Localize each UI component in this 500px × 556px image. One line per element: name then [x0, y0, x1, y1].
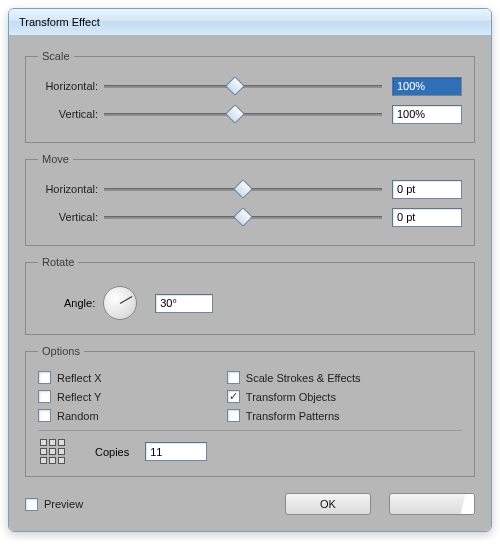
window-title: Transform Effect [19, 16, 100, 28]
checkbox-icon [38, 409, 51, 422]
cancel-button[interactable] [389, 493, 475, 515]
move-horizontal-slider[interactable] [104, 181, 382, 197]
random-checkbox[interactable]: Random [38, 409, 219, 422]
copies-input[interactable] [145, 442, 207, 461]
preview-label: Preview [44, 498, 83, 510]
transform-patterns-checkbox[interactable]: Transform Patterns [227, 409, 462, 422]
rotate-group: Rotate Angle: [25, 256, 475, 335]
anchor-point-selector[interactable] [38, 437, 67, 466]
angle-label: Angle: [64, 297, 95, 309]
ok-button[interactable]: OK [285, 493, 371, 515]
transform-objects-checkbox[interactable]: Transform Objects [227, 390, 462, 403]
move-legend: Move [38, 153, 73, 165]
move-vertical-input[interactable] [392, 208, 462, 227]
reflect-y-label: Reflect Y [57, 391, 101, 403]
rotate-legend: Rotate [38, 256, 78, 268]
scale-vertical-label: Vertical: [38, 108, 104, 120]
scale-vertical-slider[interactable] [104, 106, 382, 122]
scale-horizontal-label: Horizontal: [38, 80, 104, 92]
reflect-x-label: Reflect X [57, 372, 102, 384]
scale-legend: Scale [38, 50, 74, 62]
transform-objects-label: Transform Objects [246, 391, 336, 403]
scale-horizontal-slider[interactable] [104, 78, 382, 94]
move-vertical-label: Vertical: [38, 211, 104, 223]
angle-input[interactable] [155, 294, 213, 313]
move-horizontal-input[interactable] [392, 180, 462, 199]
move-horizontal-label: Horizontal: [38, 183, 104, 195]
scale-strokes-checkbox[interactable]: Scale Strokes & Effects [227, 371, 462, 384]
slider-thumb[interactable] [225, 104, 245, 124]
checkbox-icon [227, 371, 240, 384]
angle-dial[interactable] [103, 286, 137, 320]
preview-checkbox[interactable]: Preview [25, 498, 83, 511]
copies-label: Copies [95, 446, 129, 458]
transform-effect-dialog: Transform Effect Scale Horizontal: Verti… [8, 8, 492, 532]
titlebar[interactable]: Transform Effect [9, 9, 491, 36]
options-group: Options Reflect X Scale Strokes & Effect… [25, 345, 475, 477]
slider-thumb[interactable] [233, 207, 253, 227]
scale-group: Scale Horizontal: Vertical: [25, 50, 475, 143]
reflect-x-checkbox[interactable]: Reflect X [38, 371, 219, 384]
slider-thumb[interactable] [233, 179, 253, 199]
reflect-y-checkbox[interactable]: Reflect Y [38, 390, 219, 403]
scale-vertical-input[interactable] [392, 105, 462, 124]
checkbox-icon [38, 371, 51, 384]
move-group: Move Horizontal: Vertical: [25, 153, 475, 246]
checkbox-icon [25, 498, 38, 511]
move-vertical-slider[interactable] [104, 209, 382, 225]
dialog-content: Scale Horizontal: Vertical: Move [9, 36, 491, 531]
checkbox-icon [227, 409, 240, 422]
random-label: Random [57, 410, 99, 422]
scale-horizontal-input[interactable] [392, 77, 462, 96]
slider-thumb[interactable] [225, 76, 245, 96]
checkbox-icon [227, 390, 240, 403]
options-legend: Options [38, 345, 84, 357]
transform-patterns-label: Transform Patterns [246, 410, 340, 422]
angle-hand [120, 296, 133, 304]
scale-strokes-label: Scale Strokes & Effects [246, 372, 361, 384]
checkbox-icon [38, 390, 51, 403]
